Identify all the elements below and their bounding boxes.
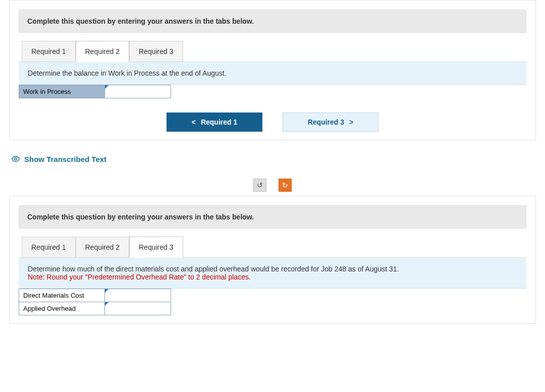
tabs: Required 1 Required 2 Required 3 bbox=[22, 237, 535, 257]
question-main: Determine how much of the direct materia… bbox=[28, 265, 399, 273]
row-label: Work in Process bbox=[19, 85, 105, 98]
question-text: Determine how much of the direct materia… bbox=[19, 257, 526, 289]
prev-label: Required 1 bbox=[201, 118, 237, 126]
undo-icon: ↺ bbox=[257, 181, 263, 189]
tab-required-2[interactable]: Required 2 bbox=[76, 237, 130, 258]
question-panel-1: Complete this question by entering your … bbox=[9, 0, 536, 140]
tab-required-3[interactable]: Required 3 bbox=[129, 41, 183, 62]
table-row: Applied Overhead bbox=[19, 302, 171, 315]
tab-required-3[interactable]: Required 3 bbox=[129, 237, 183, 258]
show-transcribed-label: Show Transcribed Text bbox=[24, 155, 106, 163]
tabs: Required 1 Required 2 Required 3 bbox=[22, 41, 535, 62]
instruction-text: Complete this question by entering your … bbox=[19, 10, 526, 33]
show-transcribed-button[interactable]: Show Transcribed Text bbox=[11, 154, 106, 163]
next-label: Required 3 bbox=[308, 118, 344, 126]
table-row: Work in Process bbox=[19, 85, 171, 98]
answer-table: Work in Process bbox=[19, 85, 171, 98]
direct-materials-input[interactable] bbox=[105, 289, 171, 302]
editable-mark-icon bbox=[105, 289, 108, 293]
input-cell bbox=[105, 289, 171, 302]
answer-table: Direct Materials Cost Applied Overhead bbox=[19, 289, 171, 315]
tab-required-2[interactable]: Required 2 bbox=[76, 41, 130, 62]
redo-icon: ↻ bbox=[282, 181, 288, 189]
question-note: Note: Round your "Predetermined Overhead… bbox=[28, 273, 251, 281]
redo-button[interactable]: ↻ bbox=[279, 179, 292, 192]
applied-overhead-input[interactable] bbox=[105, 302, 171, 315]
undo-button[interactable]: ↺ bbox=[253, 179, 266, 192]
row-label: Applied Overhead bbox=[19, 302, 105, 315]
chevron-left-icon: < bbox=[192, 118, 196, 126]
next-button[interactable]: Required 3 > bbox=[283, 113, 378, 132]
tab-required-1[interactable]: Required 1 bbox=[22, 41, 76, 62]
work-in-process-input[interactable] bbox=[105, 85, 171, 98]
input-cell bbox=[105, 302, 171, 315]
prev-button[interactable]: < Required 1 bbox=[167, 113, 262, 132]
undo-redo-bar: ↺ ↻ bbox=[0, 179, 545, 192]
tab-required-1[interactable]: Required 1 bbox=[22, 237, 76, 258]
question-panel-2: Complete this question by entering your … bbox=[9, 196, 536, 324]
row-label: Direct Materials Cost bbox=[19, 289, 105, 302]
editable-mark-icon bbox=[105, 85, 108, 89]
question-text: Determine the balance in Work in Process… bbox=[19, 62, 526, 85]
chevron-right-icon: > bbox=[349, 118, 353, 126]
eye-icon bbox=[11, 154, 20, 163]
input-cell bbox=[105, 85, 171, 98]
svg-point-0 bbox=[15, 158, 17, 160]
editable-mark-icon bbox=[105, 302, 108, 306]
instruction-text: Complete this question by entering your … bbox=[19, 205, 526, 229]
nav-buttons: < Required 1 Required 3 > bbox=[10, 113, 535, 132]
table-row: Direct Materials Cost bbox=[19, 289, 171, 302]
